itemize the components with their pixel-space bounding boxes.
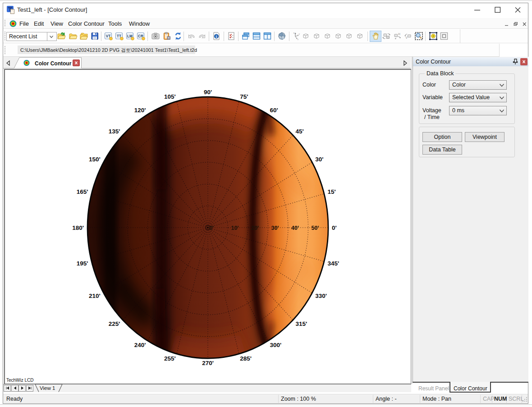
svg-text:10': 10': [231, 225, 239, 231]
svg-text:60': 60': [270, 107, 278, 114]
svg-text:45': 45': [296, 128, 304, 135]
svg-text:40': 40': [291, 225, 299, 231]
svg-text:330': 330': [315, 293, 327, 299]
svg-text:180': 180': [72, 224, 84, 231]
svg-text:30': 30': [271, 225, 279, 231]
svg-text:0': 0': [209, 225, 214, 231]
svg-text:240': 240': [134, 342, 146, 348]
svg-text:135': 135': [109, 128, 120, 135]
svg-text:75': 75': [240, 93, 248, 100]
svg-text:50': 50': [312, 225, 319, 231]
svg-text:165': 165': [77, 188, 88, 195]
svg-text:90': 90': [204, 89, 212, 96]
svg-text:225': 225': [109, 320, 120, 327]
svg-text:270': 270': [202, 360, 214, 366]
svg-text:120': 120': [134, 107, 146, 114]
svg-text:15': 15': [328, 188, 336, 195]
svg-text:105': 105': [164, 93, 176, 100]
svg-text:285': 285': [240, 355, 252, 362]
svg-text:0': 0': [332, 224, 337, 231]
svg-text:150': 150': [89, 156, 101, 163]
svg-text:20': 20': [251, 225, 259, 231]
svg-text:195': 195': [77, 260, 88, 267]
svg-text:300': 300': [270, 342, 282, 348]
svg-text:255': 255': [164, 355, 176, 362]
svg-text:210': 210': [89, 293, 101, 299]
svg-text:315': 315': [296, 320, 307, 327]
svg-text:345': 345': [328, 260, 339, 267]
svg-text:30': 30': [315, 156, 323, 163]
